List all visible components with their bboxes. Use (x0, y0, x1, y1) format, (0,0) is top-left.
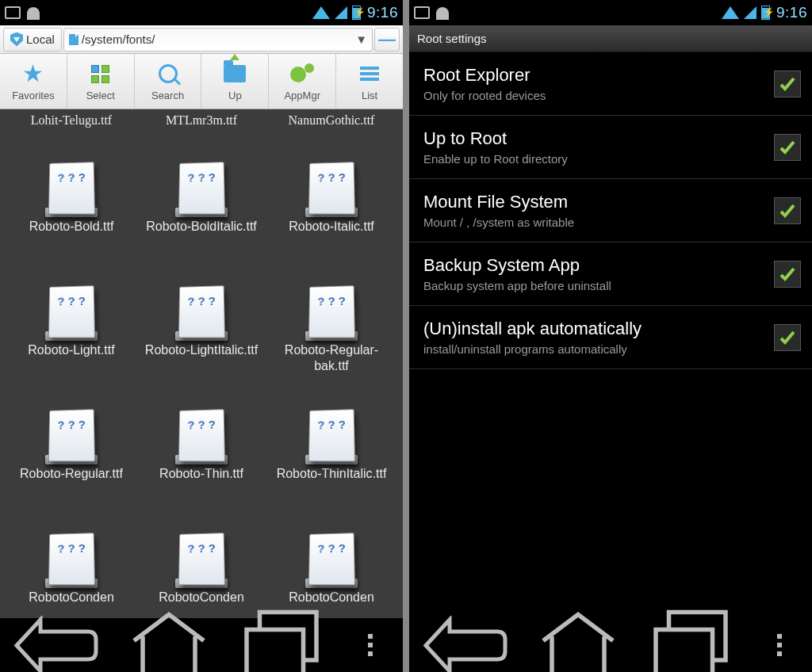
shield-down-icon (10, 32, 23, 47)
nav-recent[interactable] (647, 628, 734, 662)
home-icon (125, 610, 213, 672)
file-name: Roboto-Regular-bak.ttf (272, 342, 391, 374)
file-item[interactable]: RobotoConden (266, 520, 396, 618)
file-item[interactable]: Roboto-Thin.ttf (136, 396, 266, 520)
select-icon (91, 65, 109, 83)
toolbar-select[interactable]: Select (67, 54, 135, 109)
toolbar-search[interactable]: Search (135, 54, 202, 109)
nav-recent[interactable] (238, 628, 325, 662)
nav-bar (409, 618, 812, 672)
home-icon (534, 610, 622, 672)
android-notification-icon (435, 6, 450, 20)
settings-header-title: Root settings (417, 32, 487, 45)
checkbox[interactable] (774, 324, 801, 351)
list-icon (360, 67, 379, 81)
setting-title: Backup System App (423, 255, 764, 276)
close-tab-button[interactable]: — (374, 28, 400, 52)
file-item[interactable]: Roboto-LightItalic.ttf (136, 273, 266, 396)
search-icon (159, 64, 178, 83)
menu-dots-icon (368, 634, 373, 656)
path-bar: Local /system/fonts/ ▼ — (0, 25, 403, 54)
picture-notification-icon (414, 6, 430, 19)
setting-item[interactable]: Root ExplorerOnly for rooted devices (409, 52, 812, 116)
file-item[interactable]: Lohit-Telugu.ttf (6, 113, 136, 149)
file-item[interactable]: RobotoConden (136, 520, 266, 618)
file-thumb-icon (303, 398, 360, 461)
file-thumb-icon (303, 274, 360, 338)
file-item[interactable]: Roboto-Regular.ttf (6, 396, 136, 520)
checkbox[interactable] (774, 261, 801, 288)
nav-back[interactable] (422, 628, 509, 662)
file-item[interactable]: Roboto-Italic.ttf (266, 149, 396, 273)
file-item[interactable]: Roboto-Light.ttf (6, 273, 136, 396)
file-name: MTLmr3m.ttf (166, 113, 237, 128)
file-item[interactable]: RobotoConden (6, 520, 136, 618)
toolbar-select-label: Select (86, 90, 115, 101)
back-icon (422, 616, 509, 673)
setting-item[interactable]: Mount File SystemMount / , /system as wr… (409, 179, 812, 242)
check-icon (778, 138, 797, 157)
nav-home[interactable] (534, 628, 622, 662)
toolbar-up[interactable]: Up (201, 54, 269, 109)
checkbox[interactable] (774, 197, 801, 224)
file-name: Roboto-Light.ttf (28, 342, 114, 358)
picture-notification-icon (5, 6, 21, 19)
nav-home[interactable] (125, 628, 213, 662)
setting-title: (Un)install apk automatically (423, 319, 764, 339)
setting-subtitle: Enable up to Root directory (423, 152, 764, 166)
file-thumb-icon (43, 398, 100, 461)
status-bar: ⚡ 9:16 (409, 0, 812, 25)
recent-apps-icon (238, 608, 325, 672)
nav-bar (0, 618, 403, 672)
toolbar-up-label: Up (228, 90, 242, 101)
status-bar: ⚡ 9:16 (0, 0, 403, 25)
file-thumb-icon (43, 521, 100, 585)
svg-rect-1 (247, 630, 304, 672)
file-item[interactable]: Roboto-Bold.ttf (6, 149, 136, 273)
check-icon (778, 265, 797, 284)
settings-list[interactable]: Root ExplorerOnly for rooted devicesUp t… (409, 52, 812, 618)
path-input[interactable]: /system/fonts/ ▼ (63, 28, 373, 52)
file-thumb-icon (303, 151, 360, 214)
toolbar-list[interactable]: List (336, 54, 403, 109)
file-thumb-icon (173, 274, 230, 338)
toolbar: ★ Favorites Select Search Up AppMgr List (0, 54, 403, 109)
file-item[interactable]: Roboto-BoldItalic.ttf (136, 149, 266, 273)
setting-item[interactable]: (Un)install apk automaticallyinstall/uni… (409, 306, 812, 369)
file-item[interactable]: Roboto-ThinItalic.ttf (266, 396, 396, 520)
battery-icon: ⚡ (352, 6, 361, 20)
checkbox[interactable] (774, 134, 801, 161)
location-dropdown[interactable]: Local (3, 28, 62, 52)
file-item[interactable]: NanumGothic.ttf (266, 113, 396, 149)
wifi-icon (722, 6, 739, 19)
toolbar-search-label: Search (151, 90, 184, 101)
menu-dots-icon (777, 634, 782, 656)
file-thumb-icon (173, 398, 230, 461)
toolbar-appmgr[interactable]: AppMgr (269, 54, 336, 109)
file-name: Roboto-Bold.ttf (29, 219, 114, 235)
setting-title: Up to Root (423, 128, 764, 149)
nav-back[interactable] (13, 628, 100, 662)
check-icon (778, 328, 797, 347)
wifi-icon (312, 6, 330, 19)
file-name: Roboto-BoldItalic.ttf (146, 219, 257, 235)
file-name: Roboto-ThinItalic.ttf (277, 466, 387, 482)
file-name: Roboto-Italic.ttf (289, 219, 374, 235)
checkbox[interactable] (774, 71, 801, 97)
nav-menu[interactable] (760, 628, 799, 662)
signal-icon (744, 6, 756, 19)
phone-root-settings: ⚡ 9:16 Root settings Root ExplorerOnly f… (409, 0, 812, 672)
nav-menu[interactable] (350, 628, 390, 662)
file-thumb-icon (43, 151, 100, 214)
setting-item[interactable]: Up to RootEnable up to Root directory (409, 116, 812, 179)
file-thumb-icon (43, 274, 100, 338)
setting-subtitle: Backup system app before uninstall (423, 279, 764, 292)
file-thumb-icon (303, 521, 360, 585)
file-item[interactable]: Roboto-Regular-bak.ttf (266, 273, 396, 396)
file-thumb-icon (173, 151, 230, 214)
setting-item[interactable]: Backup System AppBackup system app befor… (409, 242, 812, 306)
file-item[interactable]: MTLmr3m.ttf (136, 113, 266, 149)
file-grid[interactable]: Lohit-Telugu.ttfMTLmr3m.ttfNanumGothic.t… (0, 109, 403, 618)
file-name: RobotoConden (289, 590, 374, 605)
toolbar-favorites[interactable]: ★ Favorites (0, 54, 67, 109)
